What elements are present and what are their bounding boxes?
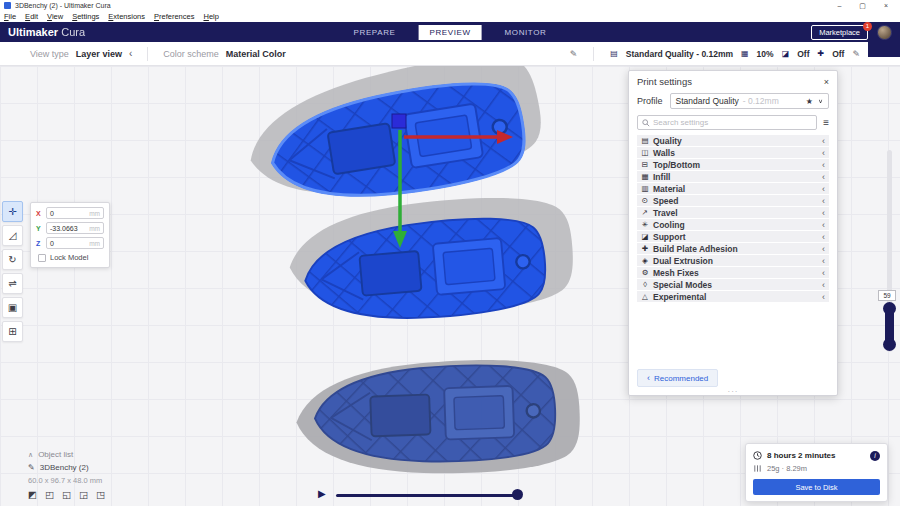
close-icon[interactable]: ×	[884, 0, 888, 11]
collapse-chevron-icon: ‹	[822, 172, 829, 182]
settings-visibility-menu-icon[interactable]: ≡	[823, 117, 829, 128]
marketplace-button[interactable]: Marketplace 1	[811, 25, 868, 40]
gizmo-center-handle[interactable]	[392, 114, 406, 128]
support-summary[interactable]: Off	[797, 49, 809, 59]
material-estimate: 25g · 8.29m	[767, 464, 807, 473]
search-settings-input[interactable]	[653, 118, 812, 127]
category-label: Cooling	[653, 220, 685, 230]
move-tool-button[interactable]: ✛	[2, 201, 23, 222]
menu-edit[interactable]: Edit	[25, 12, 38, 21]
x-position-input[interactable]: 0mm	[46, 207, 104, 219]
view-type-value[interactable]: Layer view	[76, 49, 122, 59]
menu-view[interactable]: View	[47, 12, 63, 21]
per-model-settings-tool-button[interactable]: ▣	[2, 297, 23, 318]
adhesion-summary[interactable]: Off	[832, 49, 844, 59]
object-dimensions: 60.0 x 96.7 x 48.0 mm	[28, 474, 105, 486]
minimize-icon[interactable]: –	[837, 0, 841, 11]
edit-visibility-pencil-icon[interactable]: ✎	[570, 49, 578, 59]
category-mesh-fixes[interactable]: ⚙Mesh Fixes‹	[637, 267, 829, 279]
divider	[593, 47, 594, 61]
view-type-chevron-icon[interactable]: ‹	[129, 48, 132, 59]
category-material[interactable]: ▥Material‹	[637, 183, 829, 195]
save-to-disk-button[interactable]: Save to Disk	[753, 479, 880, 495]
category-quality[interactable]: ▤Quality‹	[637, 135, 829, 147]
unit-label: mm	[89, 240, 100, 247]
layer-playback-slider[interactable]	[336, 494, 520, 497]
menu-file[interactable]: File	[4, 12, 16, 21]
brand-bold: Ultimaker	[8, 26, 58, 38]
close-icon[interactable]: ×	[824, 77, 829, 87]
app-window: 3DBenchy (2) - Ultimaker Cura –▢× FileEd…	[0, 0, 900, 506]
tab-prepare[interactable]: PREPARE	[343, 25, 407, 40]
z-position-input[interactable]: 0mm	[46, 237, 104, 249]
collapse-chevron-icon: ‹	[822, 232, 829, 242]
info-icon[interactable]: i	[870, 451, 880, 461]
position-fields: X0mmY-33.0663mmZ0mm	[36, 207, 104, 249]
selected-object-row[interactable]: ✎ 3DBenchy (2)	[28, 461, 105, 474]
menu-help[interactable]: Help	[203, 12, 218, 21]
top-view-icon[interactable]: ◱	[62, 489, 71, 500]
position-row-y: Y-33.0663mm	[36, 222, 104, 234]
object-name: 3DBenchy (2)	[40, 463, 89, 472]
color-scheme-value[interactable]: Material Color	[226, 49, 286, 59]
recommended-button[interactable]: ‹ Recommended	[637, 369, 718, 387]
category-cooling[interactable]: ✳Cooling‹	[637, 219, 829, 231]
edit-settings-pencil-icon[interactable]: ✎	[852, 49, 860, 59]
category-infill[interactable]: ▦Infill‹	[637, 171, 829, 183]
collapse-chevron-icon: ‹	[822, 208, 829, 218]
time-row: 8 hours 2 minutes i	[753, 449, 880, 462]
layer-slider-lower-handle[interactable]	[883, 338, 896, 351]
category-walls[interactable]: ◫Walls‹	[637, 147, 829, 159]
profile-dropdown[interactable]: Standard Quality - 0.12mm ★ ∨	[670, 93, 829, 109]
playback-slider-handle[interactable]	[512, 489, 523, 500]
collapse-chevron-icon: ‹	[822, 244, 829, 254]
category-dual-extrusion[interactable]: ◈Dual Extrusion‹	[637, 255, 829, 267]
profile-summary[interactable]: Standard Quality - 0.12mm	[626, 49, 733, 59]
menu-settings[interactable]: Settings	[72, 12, 99, 21]
panel-resize-handle[interactable]: ···	[728, 387, 739, 396]
left-view-icon[interactable]: ◲	[79, 489, 88, 500]
3d-viewport[interactable]: ✛◿↻⇌▣⊞ X0mmY-33.0663mmZ0mm Lock Model Pr…	[0, 66, 900, 506]
current-layer-value: 59	[878, 290, 896, 301]
category-travel[interactable]: ↗Travel‹	[637, 207, 829, 219]
category-support[interactable]: ◪Support‹	[637, 231, 829, 243]
star-icon[interactable]: ★	[806, 97, 813, 106]
dual-extrusion-icon: ◈	[637, 256, 653, 265]
category-label: Special Modes	[653, 280, 712, 290]
mirror-tool-button[interactable]: ⇌	[2, 273, 23, 294]
front-view-icon[interactable]: ◰	[45, 489, 54, 500]
category-top-bottom[interactable]: ⊟Top/Bottom‹	[637, 159, 829, 171]
play-button[interactable]: ▶	[318, 488, 326, 499]
account-avatar[interactable]	[877, 25, 892, 40]
layer-slider-upper-handle[interactable]	[883, 302, 896, 315]
maximize-icon[interactable]: ▢	[859, 0, 866, 11]
view-toolbar: View type Layer view ‹ Color scheme Mate…	[0, 42, 900, 66]
support-blocker-tool-icon: ⊞	[8, 326, 16, 337]
z-axis-label: Z	[36, 240, 43, 247]
support-blocker-tool-button[interactable]: ⊞	[2, 321, 23, 342]
menu-extensions[interactable]: Extensions	[108, 12, 145, 21]
category-speed[interactable]: ⊙Speed‹	[637, 195, 829, 207]
category-experimental[interactable]: △Experimental‹	[637, 291, 829, 303]
tab-preview[interactable]: PREVIEW	[418, 25, 481, 40]
object-list-toggle[interactable]: ∧ Object list	[28, 448, 105, 461]
scale-tool-button[interactable]: ◿	[2, 225, 23, 246]
infill-summary[interactable]: 10%	[757, 49, 774, 59]
collapse-chevron-icon: ‹	[822, 136, 829, 146]
print-time-estimate: 8 hours 2 minutes	[767, 451, 835, 460]
tab-monitor[interactable]: MONITOR	[494, 25, 558, 40]
category-build-plate-adhesion[interactable]: ✚Build Plate Adhesion‹	[637, 243, 829, 255]
benchy-model-top[interactable]	[265, 74, 531, 213]
collapse-chevron-icon: ‹	[822, 256, 829, 266]
rotate-tool-button[interactable]: ↻	[2, 249, 23, 270]
print-settings-title: Print settings	[637, 76, 692, 87]
header-corner-decoration	[868, 42, 900, 57]
category-special-modes[interactable]: ◊Special Modes‹	[637, 279, 829, 291]
y-position-input[interactable]: -33.0663mm	[46, 222, 104, 234]
collapse-chevron-icon: ‹	[822, 148, 829, 158]
lock-model-checkbox[interactable]	[38, 254, 46, 262]
profile-value: Standard Quality	[676, 96, 739, 106]
menu-preferences[interactable]: Preferences	[154, 12, 194, 21]
right-view-icon[interactable]: ◳	[96, 489, 105, 500]
3d-view-icon[interactable]: ◩	[28, 489, 37, 500]
